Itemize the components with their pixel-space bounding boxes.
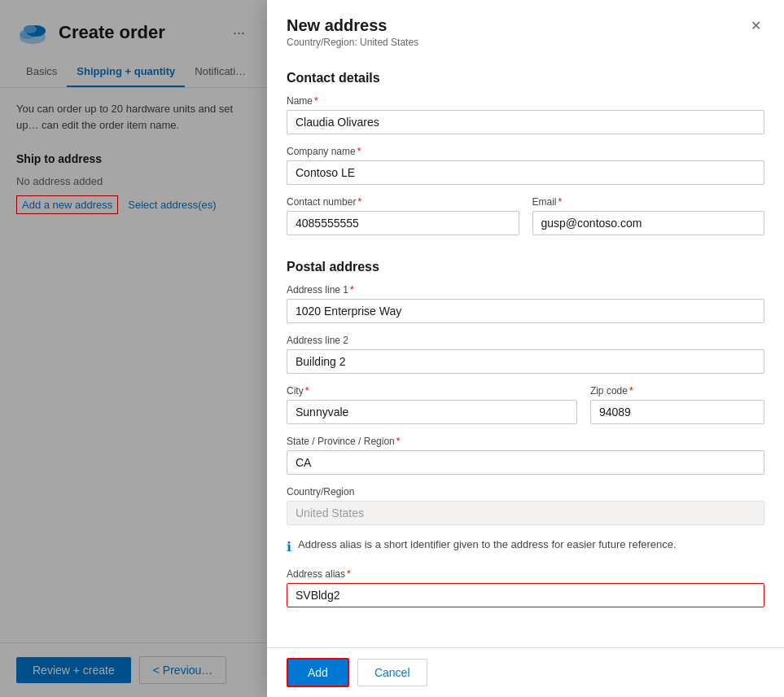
new-address-modal: New address Country/Region: United State… <box>267 0 784 697</box>
contact-email-row: Contact number* Email* <box>287 196 764 247</box>
contact-input[interactable] <box>287 211 519 235</box>
email-label: Email* <box>532 196 765 208</box>
modal-title-group: New address Country/Region: United State… <box>287 16 418 48</box>
company-label: Company name* <box>287 146 764 157</box>
company-field-group: Company name* <box>287 146 764 185</box>
email-input[interactable] <box>532 211 765 235</box>
address2-field-group: Address line 2 <box>287 335 764 374</box>
modal-title: New address <box>287 16 418 35</box>
cancel-button[interactable]: Cancel <box>357 659 427 686</box>
zip-input[interactable] <box>590 400 764 424</box>
company-required-star: * <box>357 146 361 157</box>
city-input[interactable] <box>287 400 577 424</box>
alias-input[interactable] <box>287 583 764 607</box>
zip-label: Zip code* <box>590 385 764 397</box>
modal-footer: Add Cancel <box>267 647 784 697</box>
city-zip-row: City* Zip code* <box>287 385 764 436</box>
zip-field-group: Zip code* <box>590 385 764 424</box>
city-field-group: City* <box>287 385 577 424</box>
address1-input[interactable] <box>287 299 764 323</box>
state-field-group: State / Province / Region* <box>287 436 764 475</box>
country-field-group: Country/Region <box>287 486 764 525</box>
info-icon: ℹ <box>287 537 291 557</box>
alias-field-group: Address alias* <box>287 568 764 607</box>
contact-field-group: Contact number* <box>287 196 519 235</box>
country-input <box>287 501 764 525</box>
name-required-star: * <box>314 95 318 107</box>
contact-section-heading: Contact details <box>287 71 764 85</box>
state-input[interactable] <box>287 450 764 475</box>
name-input[interactable] <box>287 110 764 134</box>
modal-body: Contact details Name* Company name* Cont… <box>267 55 784 647</box>
email-field-group: Email* <box>532 196 765 235</box>
add-button[interactable]: Add <box>287 658 349 687</box>
state-label: State / Province / Region* <box>287 436 764 447</box>
address2-input[interactable] <box>287 349 764 374</box>
contact-label: Contact number* <box>287 196 519 208</box>
address1-field-group: Address line 1* <box>287 284 764 323</box>
postal-section-heading: Postal address <box>287 260 764 274</box>
modal-close-button[interactable]: ✕ <box>747 16 764 36</box>
alias-info-box: ℹ Address alias is a short identifier gi… <box>287 537 764 557</box>
country-label: Country/Region <box>287 486 764 498</box>
address1-label: Address line 1* <box>287 284 764 296</box>
name-field-group: Name* <box>287 95 764 134</box>
alias-label: Address alias* <box>287 568 764 580</box>
name-label: Name* <box>287 95 764 107</box>
modal-header: New address Country/Region: United State… <box>267 0 784 55</box>
modal-subtitle: Country/Region: United States <box>287 37 418 48</box>
company-input[interactable] <box>287 160 764 185</box>
alias-info-text: Address alias is a short identifier give… <box>298 537 677 553</box>
city-label: City* <box>287 385 577 397</box>
address2-label: Address line 2 <box>287 335 764 346</box>
